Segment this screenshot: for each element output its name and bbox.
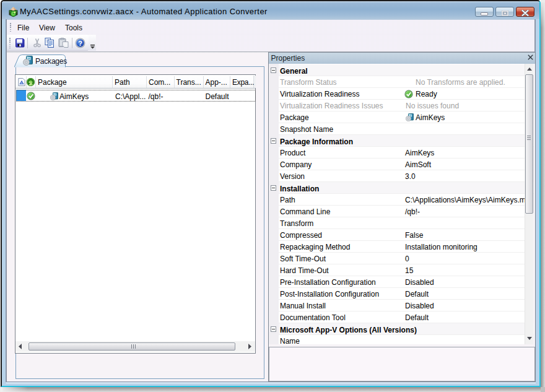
svg-text:?: ? — [78, 40, 82, 47]
